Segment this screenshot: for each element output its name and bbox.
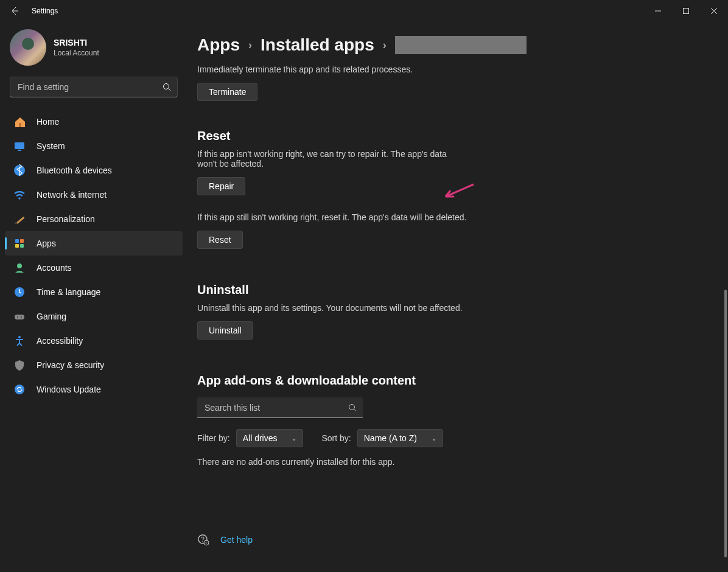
sidebar-item-label: Privacy & security xyxy=(37,360,104,370)
filter-value: All drives xyxy=(243,433,278,443)
uninstall-button[interactable]: Uninstall xyxy=(197,321,253,340)
addons-search-box[interactable] xyxy=(197,397,363,418)
sidebar-item-network[interactable]: Network & internet xyxy=(5,183,183,207)
profile-block[interactable]: SRISHTI Local Account xyxy=(0,27,187,77)
avatar xyxy=(10,29,46,66)
svg-point-12 xyxy=(17,263,22,268)
sidebar-item-privacy[interactable]: Privacy & security xyxy=(5,353,183,377)
sidebar-item-label: Apps xyxy=(37,239,56,248)
profile-name: SRISHTI xyxy=(54,38,99,47)
svg-point-16 xyxy=(21,316,22,318)
repair-description: If this app isn't working right, we can … xyxy=(197,149,453,169)
arrow-left-icon xyxy=(10,6,19,16)
filter-dropdown[interactable]: All drives ⌄ xyxy=(236,429,304,447)
sidebar-item-label: Accessibility xyxy=(37,336,83,346)
sidebar-item-label: Gaming xyxy=(37,312,66,321)
svg-rect-10 xyxy=(15,244,19,248)
svg-point-6 xyxy=(18,197,21,200)
sort-label: Sort by: xyxy=(321,433,351,443)
maximize-button[interactable] xyxy=(672,1,700,21)
sidebar-item-home[interactable]: Home xyxy=(5,110,183,134)
minimize-button[interactable] xyxy=(644,1,672,21)
accessibility-icon xyxy=(13,335,26,347)
sidebar-item-accessibility[interactable]: Accessibility xyxy=(5,329,183,353)
content: Apps › Installed apps › Immediately term… xyxy=(187,22,728,572)
crumb-app-redacted xyxy=(395,36,527,54)
chevron-down-icon: ⌄ xyxy=(292,435,296,442)
svg-rect-11 xyxy=(20,244,24,248)
svg-rect-4 xyxy=(18,150,21,151)
sort-value: Name (A to Z) xyxy=(364,433,417,443)
sidebar-item-update[interactable]: Windows Update xyxy=(5,377,183,402)
terminate-description: Immediately terminate this app and its r… xyxy=(197,65,721,74)
repair-button[interactable]: Repair xyxy=(197,177,245,195)
svg-rect-14 xyxy=(15,315,24,319)
close-button[interactable] xyxy=(700,1,728,21)
system-icon xyxy=(13,140,26,152)
close-icon xyxy=(711,8,717,14)
terminate-button[interactable]: Terminate xyxy=(197,83,257,101)
svg-rect-3 xyxy=(15,142,24,149)
home-icon xyxy=(13,116,26,128)
search-icon xyxy=(163,83,171,91)
scrollbar[interactable] xyxy=(724,290,727,557)
addons-search-input[interactable] xyxy=(197,403,363,413)
search-icon xyxy=(348,403,357,412)
sort-dropdown[interactable]: Name (A to Z) ⌄ xyxy=(357,429,443,447)
update-icon xyxy=(13,383,26,396)
svg-point-19 xyxy=(349,404,355,410)
uninstall-title: Uninstall xyxy=(197,283,721,297)
addons-empty-message: There are no add-ons currently installed… xyxy=(197,457,721,467)
bluetooth-icon xyxy=(13,164,26,176)
personalization-icon xyxy=(13,213,26,225)
svg-rect-9 xyxy=(20,239,24,243)
time-icon xyxy=(13,286,26,298)
addons-title: App add-ons & downloadable content xyxy=(197,374,721,388)
chevron-right-icon: › xyxy=(248,39,252,52)
help-icon: ? xyxy=(197,534,209,546)
sidebar-item-label: System xyxy=(37,141,65,151)
sidebar: SRISHTI Local Account HomeSystemBluetoot… xyxy=(0,22,187,572)
sidebar-item-system[interactable]: System xyxy=(5,134,183,158)
search-box[interactable] xyxy=(10,77,178,97)
get-help-link[interactable]: Get help xyxy=(220,535,253,545)
sidebar-item-gaming[interactable]: Gaming xyxy=(5,304,183,329)
titlebar: Settings xyxy=(0,0,728,22)
window-title: Settings xyxy=(32,7,58,15)
sidebar-item-label: Accounts xyxy=(37,263,72,273)
gaming-icon xyxy=(13,310,26,323)
svg-rect-8 xyxy=(15,239,19,243)
reset-title: Reset xyxy=(197,129,721,143)
apps-icon xyxy=(13,237,26,249)
maximize-icon xyxy=(683,8,689,14)
breadcrumb: Apps › Installed apps › xyxy=(197,22,721,58)
sidebar-item-label: Home xyxy=(37,117,59,127)
svg-point-15 xyxy=(17,316,18,318)
sidebar-item-personalization[interactable]: Personalization xyxy=(5,207,183,231)
crumb-installed-apps[interactable]: Installed apps xyxy=(261,35,374,55)
sidebar-item-label: Bluetooth & devices xyxy=(37,166,112,175)
accounts-icon xyxy=(13,262,26,274)
svg-rect-2 xyxy=(19,123,21,127)
sidebar-item-bluetooth[interactable]: Bluetooth & devices xyxy=(5,158,183,183)
network-icon xyxy=(13,189,26,201)
sidebar-item-accounts[interactable]: Accounts xyxy=(5,256,183,280)
annotation-arrow-icon xyxy=(442,183,475,200)
sidebar-item-label: Network & internet xyxy=(37,190,107,200)
crumb-apps[interactable]: Apps xyxy=(197,35,240,55)
chevron-right-icon: › xyxy=(383,39,387,52)
sidebar-item-label: Personalization xyxy=(37,214,95,224)
svg-point-18 xyxy=(15,385,24,394)
sidebar-item-apps[interactable]: Apps xyxy=(5,231,183,256)
back-button[interactable] xyxy=(0,0,29,22)
svg-point-1 xyxy=(164,84,169,89)
filter-label: Filter by: xyxy=(197,433,230,443)
uninstall-description: Uninstall this app and its settings. You… xyxy=(197,303,721,313)
profile-subtitle: Local Account xyxy=(54,49,99,57)
svg-rect-0 xyxy=(684,9,689,14)
search-input[interactable] xyxy=(10,82,177,92)
minimize-icon xyxy=(655,8,661,14)
chevron-down-icon: ⌄ xyxy=(432,435,436,442)
reset-button[interactable]: Reset xyxy=(197,231,243,249)
sidebar-item-time[interactable]: Time & language xyxy=(5,280,183,304)
